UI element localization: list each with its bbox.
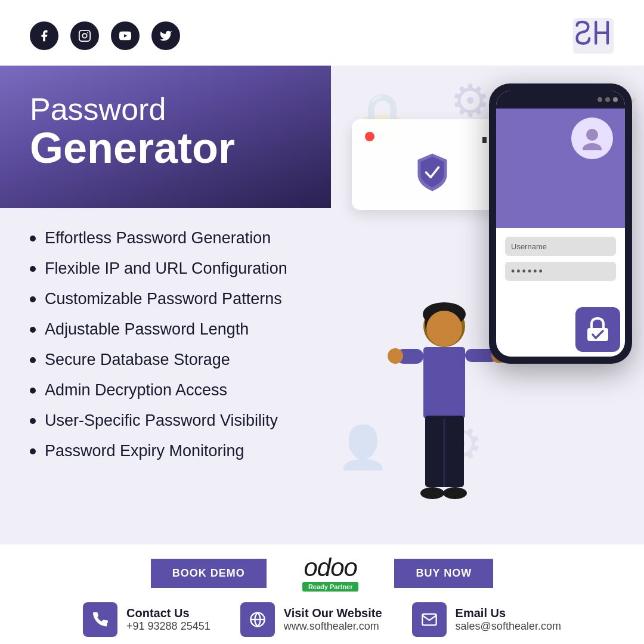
person-illustration	[385, 302, 504, 531]
youtube-icon[interactable]	[111, 21, 140, 50]
user-bg-icon: 👤	[337, 423, 389, 472]
header	[0, 0, 644, 66]
right-panel: 🔒 ⚙ ⚙ 👤 📈	[331, 66, 644, 543]
close-button[interactable]	[365, 132, 374, 141]
buy-now-button[interactable]: BUY NOW	[394, 559, 493, 588]
panel-header	[365, 130, 500, 143]
contact-email-value: sales@softhealer.com	[456, 620, 561, 633]
bullet-2	[30, 266, 36, 272]
contact-website-label: Visit Our Website	[284, 606, 382, 620]
svg-point-11	[426, 311, 462, 346]
social-icons	[30, 21, 180, 50]
phone-screen: Username ••••••	[496, 91, 625, 357]
svg-point-20	[443, 487, 467, 499]
contact-email-label: Email Us	[456, 606, 561, 620]
features-section: Effortless Password Generation Flexible …	[0, 208, 331, 543]
book-demo-button[interactable]: BOOK DEMO	[151, 559, 267, 588]
feature-item-5: Secure Database Storage	[30, 345, 301, 375]
phone-mockup: Username ••••••	[489, 83, 632, 364]
avatar	[571, 117, 613, 159]
phone-screen-top	[496, 109, 625, 228]
contact-website-item: Visit Our Website www.softhealer.com	[240, 602, 382, 637]
instagram-icon[interactable]	[70, 21, 99, 50]
contact-email-text: Email Us sales@softhealer.com	[456, 606, 561, 633]
contact-email-item: Email Us sales@softhealer.com	[412, 602, 561, 637]
odoo-text: odoo	[304, 555, 357, 580]
odoo-badge: Ready Partner	[302, 582, 359, 592]
email-icon-box	[412, 602, 447, 637]
left-panel: Password Generator Effortless Password G…	[0, 66, 331, 543]
svg-rect-23	[587, 328, 608, 341]
svg-point-15	[388, 348, 403, 364]
footer-buttons-row: BOOK DEMO odoo Ready Partner BUY NOW	[30, 555, 614, 592]
contact-row: Contact Us +91 93288 25451 Visit Our Web…	[30, 602, 614, 637]
feature-item-4: Adjustable Password Length	[30, 314, 301, 345]
page-wrapper: Password Generator Effortless Password G…	[0, 0, 644, 644]
phone-status-bar	[496, 91, 625, 109]
phone-icon-box	[83, 602, 117, 637]
footer: BOOK DEMO odoo Ready Partner BUY NOW Con…	[0, 543, 644, 644]
contact-phone-label: Contact Us	[126, 606, 210, 620]
feature-item-6: Admin Decryption Access	[30, 375, 301, 405]
contact-phone-text: Contact Us +91 93288 25451	[126, 606, 210, 633]
feature-item-2: Flexible IP and URL Configuration	[30, 253, 301, 284]
username-field: Username	[505, 237, 616, 256]
shield-area	[365, 151, 500, 193]
svg-point-1	[82, 33, 86, 38]
twitter-icon[interactable]	[151, 21, 180, 50]
odoo-logo-area: odoo Ready Partner	[302, 555, 359, 592]
bar-1	[482, 137, 487, 143]
svg-rect-12	[423, 347, 465, 419]
contact-phone-item: Contact Us +91 93288 25451	[83, 602, 210, 637]
feature-item-8: Password Expiry Monitoring	[30, 436, 301, 466]
title-bold: Generator	[30, 126, 301, 169]
svg-rect-0	[79, 30, 90, 41]
content-area: Password Generator Effortless Password G…	[0, 66, 644, 543]
contact-website-value: www.softhealer.com	[284, 620, 382, 633]
bullet-8	[30, 448, 36, 454]
bullet-4	[30, 327, 36, 333]
globe-icon-box	[240, 602, 275, 637]
bullet-5	[30, 357, 36, 363]
feature-item-1: Effortless Password Generation	[30, 223, 301, 253]
company-logo	[572, 18, 614, 54]
svg-point-22	[583, 143, 602, 150]
contact-website-text: Visit Our Website www.softhealer.com	[284, 606, 382, 633]
lock-check-icon	[575, 307, 620, 352]
bullet-6	[30, 388, 36, 394]
bullet-3	[30, 296, 36, 302]
svg-point-21	[586, 129, 598, 141]
feature-item-7: User-Specific Password Visibility	[30, 405, 301, 436]
facebook-icon[interactable]	[30, 21, 58, 50]
title-section: Password Generator	[0, 66, 331, 208]
bullet-7	[30, 418, 36, 424]
svg-point-2	[87, 32, 88, 33]
contact-phone-value: +91 93288 25451	[126, 620, 210, 633]
feature-item-3: Customizable Password Patterns	[30, 284, 301, 314]
svg-point-19	[420, 487, 444, 499]
title-light: Password	[30, 92, 301, 126]
password-field: ••••••	[505, 262, 616, 281]
phone-fields: Username ••••••	[496, 228, 625, 296]
bullet-1	[30, 236, 36, 242]
